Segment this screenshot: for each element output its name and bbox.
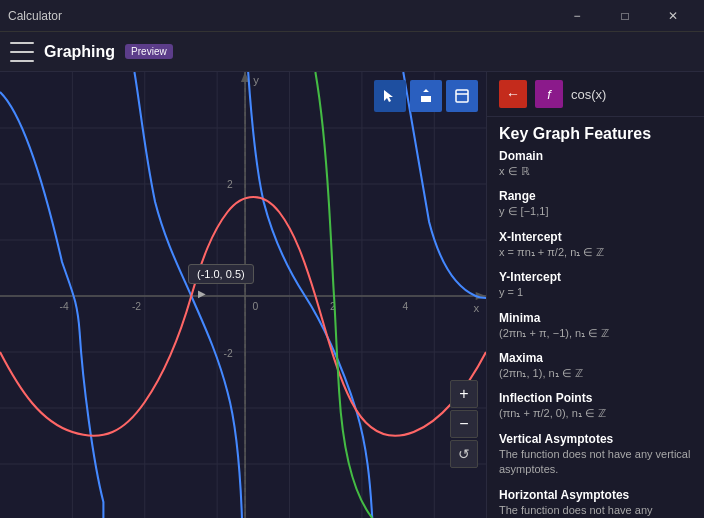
hamburger-line [10,42,34,44]
svg-text:-4: -4 [60,301,70,312]
feature-title: Y-Intercept [499,270,692,284]
graph-canvas: y x -4 -2 0 2 4 2 -2 [0,72,486,518]
feature-title: Maxima [499,351,692,365]
share-icon [418,88,434,104]
feature-title: Inflection Points [499,391,692,405]
zoom-out-button[interactable]: − [450,410,478,438]
graph-toolbar [374,80,478,112]
zoom-in-button[interactable]: + [450,380,478,408]
minimize-button[interactable]: − [554,0,600,32]
feature-item: Rangey ∈ [−1,1] [499,189,692,219]
function-icon: f [535,80,563,108]
cursor-tool-button[interactable] [374,80,406,112]
app-bar: Graphing Preview [0,32,704,72]
feature-value: x ∈ ℝ [499,164,692,179]
zoom-controls: + − ↺ [450,380,478,468]
svg-text:y: y [253,74,259,86]
panel-content[interactable]: Domainx ∈ ℝRangey ∈ [−1,1]X-Interceptx =… [487,149,704,518]
close-button[interactable]: ✕ [650,0,696,32]
panel-title: Key Graph Features [487,117,704,149]
hamburger-line [10,60,34,62]
svg-rect-1 [456,90,468,102]
feature-item: Domainx ∈ ℝ [499,149,692,179]
feature-title: Horizontal Asymptotes [499,488,692,502]
app-name: Calculator [8,9,62,23]
svg-text:2: 2 [227,179,233,190]
right-panel: ← f cos(x) Key Graph Features Domainx ∈ … [486,72,704,518]
feature-value: The function does not have any vertical … [499,447,692,478]
title-bar-controls: − □ ✕ [554,0,696,32]
feature-title: Minima [499,311,692,325]
hamburger-button[interactable] [10,42,34,62]
svg-text:x: x [474,302,480,314]
feature-item: X-Interceptx = πn₁ + π/2, n₁ ∈ ℤ [499,230,692,260]
feature-title: X-Intercept [499,230,692,244]
feature-item: Y-Intercepty = 1 [499,270,692,300]
reset-view-button[interactable]: ↺ [450,440,478,468]
feature-item: Minima(2πn₁ + π, −1), n₁ ∈ ℤ [499,311,692,341]
svg-marker-0 [384,90,393,102]
preview-badge: Preview [125,44,173,59]
feature-value: y ∈ [−1,1] [499,204,692,219]
feature-value: (2πn₁, 1), n₁ ∈ ℤ [499,366,692,381]
cursor-indicator: ▶ [198,288,208,298]
fullscreen-icon [454,88,470,104]
feature-title: Domain [499,149,692,163]
feature-item: Horizontal AsymptotesThe function does n… [499,488,692,518]
feature-item: Vertical AsymptotesThe function does not… [499,432,692,478]
feature-title: Vertical Asymptotes [499,432,692,446]
feature-value: y = 1 [499,285,692,300]
share-button[interactable] [410,80,442,112]
feature-value: x = πn₁ + π/2, n₁ ∈ ℤ [499,245,692,260]
graph-area[interactable]: y x -4 -2 0 2 4 2 -2 [0,72,486,518]
panel-header: ← f cos(x) [487,72,704,117]
svg-text:4: 4 [402,301,408,312]
hamburger-line [10,51,34,53]
fullscreen-button[interactable] [446,80,478,112]
feature-value: The function does not have any horizonta… [499,503,692,518]
function-expression: cos(x) [571,87,606,102]
feature-item: Maxima(2πn₁, 1), n₁ ∈ ℤ [499,351,692,381]
maximize-button[interactable]: □ [602,0,648,32]
title-bar-left: Calculator [8,9,62,23]
title-bar: Calculator − □ ✕ [0,0,704,32]
feature-item: Inflection Points(πn₁ + π/2, 0), n₁ ∈ ℤ [499,391,692,421]
app-title: Graphing [44,43,115,61]
back-button[interactable]: ← [499,80,527,108]
feature-value: (πn₁ + π/2, 0), n₁ ∈ ℤ [499,406,692,421]
feature-title: Range [499,189,692,203]
main-layout: y x -4 -2 0 2 4 2 -2 [0,72,704,518]
feature-value: (2πn₁ + π, −1), n₁ ∈ ℤ [499,326,692,341]
svg-text:-2: -2 [223,348,233,359]
svg-text:0: 0 [253,301,259,312]
cursor-icon [382,88,398,104]
svg-text:-2: -2 [132,301,142,312]
